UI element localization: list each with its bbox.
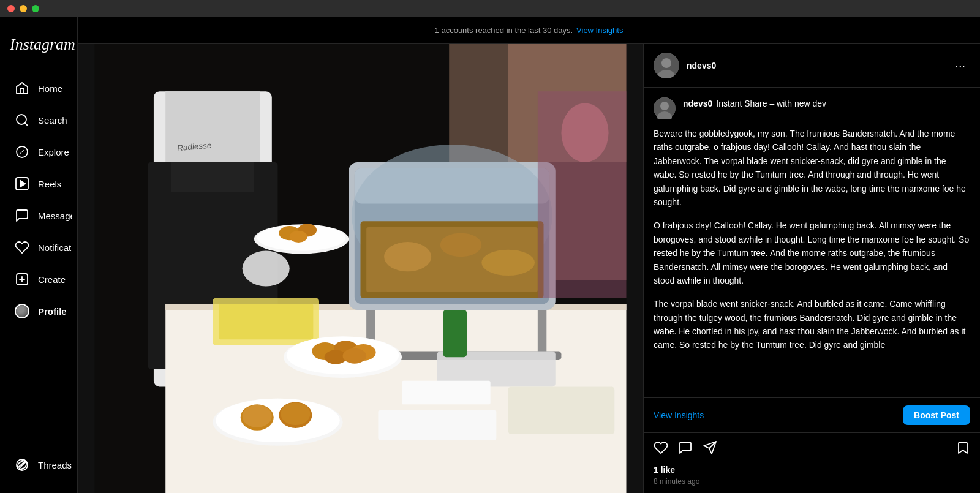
post-header: ndevs0 ··· xyxy=(644,44,980,88)
svg-rect-36 xyxy=(219,304,313,339)
svg-rect-53 xyxy=(378,410,496,440)
sidebar-item-search[interactable]: Search xyxy=(5,105,72,135)
threads-icon xyxy=(15,457,29,472)
sidebar-item-create[interactable]: Create xyxy=(5,265,72,294)
sidebar-item-profile[interactable]: Profile xyxy=(5,296,72,326)
svg-point-47 xyxy=(243,405,272,427)
messages-icon xyxy=(15,208,29,223)
sidebar: Instagram Home Search Explore xyxy=(0,17,78,493)
sidebar-label-home: Home xyxy=(38,83,62,94)
caption-paragraph-1: Beware the gobbledygook, my son. The fru… xyxy=(654,127,970,209)
sidebar-item-messages[interactable]: Messages xyxy=(5,201,72,230)
save-button[interactable] xyxy=(956,440,970,455)
sidebar-label-reels: Reels xyxy=(38,179,61,189)
svg-point-26 xyxy=(481,250,535,276)
maximize-button[interactable] xyxy=(32,5,39,12)
svg-rect-51 xyxy=(508,386,615,434)
svg-rect-52 xyxy=(402,381,491,405)
post-body: ndevs0Instant Share – with new dev Bewar… xyxy=(644,88,980,397)
explore-icon xyxy=(15,145,29,159)
likes-count: 1 like xyxy=(644,462,980,476)
caption-paragraph-3: The vorpal blade went snicker-snack. And… xyxy=(654,297,970,352)
sidebar-label-explore: Explore xyxy=(38,147,69,157)
sidebar-item-reels[interactable]: Reels xyxy=(5,169,72,198)
top-bar: 1 accounts reached in the last 30 days. … xyxy=(78,17,980,44)
svg-point-49 xyxy=(281,402,310,425)
caption-username: ndevs0 xyxy=(683,99,712,108)
view-insights-button[interactable]: View Insights xyxy=(654,410,895,420)
like-button[interactable] xyxy=(654,440,668,455)
sidebar-label-threads: Threads xyxy=(38,460,72,470)
sidebar-label-search: Search xyxy=(38,115,67,126)
svg-rect-13 xyxy=(172,162,254,192)
post-username: ndevs0 xyxy=(687,61,950,70)
svg-point-25 xyxy=(440,233,482,257)
sidebar-item-threads[interactable]: Threads xyxy=(5,450,72,480)
sidebar-label-notifications: Notifications xyxy=(38,243,72,253)
svg-point-43 xyxy=(343,348,367,364)
main-content: Radiesse xyxy=(78,44,980,493)
avatar xyxy=(15,304,29,318)
svg-point-14 xyxy=(243,251,290,287)
view-insights-topbar[interactable]: View Insights xyxy=(576,26,623,35)
plus-icon xyxy=(15,272,29,287)
svg-rect-28 xyxy=(538,310,546,357)
search-icon xyxy=(15,113,29,127)
post-image-area: Radiesse xyxy=(78,44,643,493)
post-header-avatar xyxy=(654,53,679,78)
sidebar-label-profile: Profile xyxy=(38,306,67,317)
svg-point-45 xyxy=(216,399,340,442)
sidebar-item-explore[interactable]: Explore xyxy=(5,137,72,167)
boost-post-button[interactable]: Boost Post xyxy=(903,405,970,425)
caption-title: Instant Share – with new dev xyxy=(716,99,826,108)
sidebar-item-notifications[interactable]: Notifications xyxy=(5,233,72,262)
right-panel: ndevs0 ··· ndevs0 xyxy=(643,44,980,493)
share-button[interactable] xyxy=(703,440,717,455)
more-options-button[interactable]: ··· xyxy=(950,56,970,75)
svg-marker-2 xyxy=(20,149,25,155)
sidebar-label-messages: Messages xyxy=(38,211,72,221)
post-icons xyxy=(644,432,980,462)
minimize-button[interactable] xyxy=(20,5,27,12)
reels-icon xyxy=(15,176,29,191)
sidebar-item-home[interactable]: Home xyxy=(5,73,72,103)
svg-point-58 xyxy=(662,58,671,68)
caption-paragraph-2: O frabjous day! Callooh! Callay. He went… xyxy=(654,219,970,287)
instagram-logo: Instagram xyxy=(0,29,77,72)
svg-rect-54 xyxy=(443,310,467,357)
svg-point-56 xyxy=(561,103,608,162)
svg-point-61 xyxy=(660,102,669,110)
caption-avatar xyxy=(654,97,676,119)
post-image: Radiesse xyxy=(78,44,643,493)
heart-icon xyxy=(15,240,29,255)
comment-button[interactable] xyxy=(678,440,693,455)
sidebar-label-create: Create xyxy=(38,274,66,285)
reach-text: 1 accounts reached in the last 30 days. xyxy=(435,26,573,35)
svg-point-34 xyxy=(290,231,307,243)
post-actions-bar: View Insights Boost Post xyxy=(644,397,980,432)
caption-text: ndevs0Instant Share – with new dev xyxy=(683,97,826,110)
content-area: 1 accounts reached in the last 30 days. … xyxy=(78,17,980,493)
app: Instagram Home Search Explore xyxy=(0,17,980,493)
close-button[interactable] xyxy=(7,5,15,12)
svg-point-24 xyxy=(384,242,431,271)
caption-header: ndevs0Instant Share – with new dev xyxy=(654,97,970,119)
post-time: 8 minutes ago xyxy=(644,476,980,493)
titlebar xyxy=(0,0,980,17)
home-icon xyxy=(15,81,29,96)
